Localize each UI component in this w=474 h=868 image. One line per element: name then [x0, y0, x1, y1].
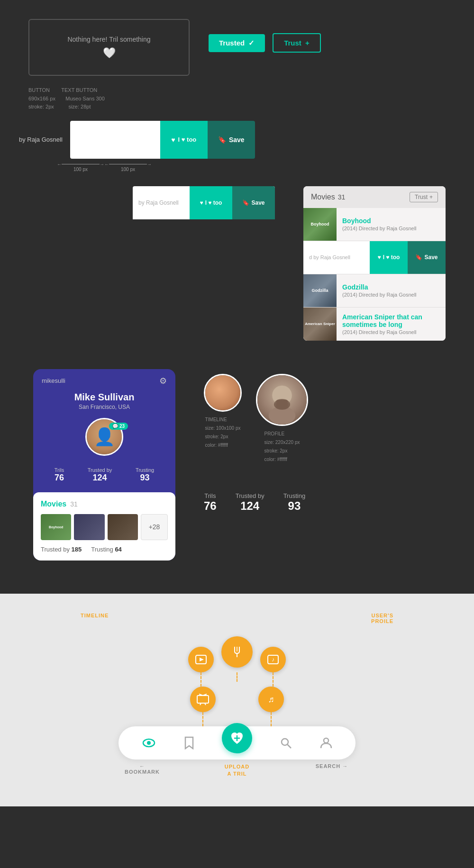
avatar-specs-group: TIMELINE size: 100x100 px stroke: 2px co… — [204, 374, 308, 464]
trusted-label: Trusted — [219, 39, 245, 47]
username-label: mikesulli — [42, 377, 65, 384]
plus-icon: + — [305, 39, 310, 47]
swipe-white-area — [70, 121, 160, 159]
thumb-boyhood: Boyhood — [41, 514, 71, 540]
thumb-more[interactable]: +28 — [141, 514, 168, 540]
sniper-meta: (2014) Directed by Raja Gosnell — [342, 329, 440, 335]
trusting-value: 93 — [136, 473, 154, 483]
tv-float-icon — [190, 687, 216, 726]
dashed-line-music — [273, 672, 273, 687]
svg-point-22 — [282, 739, 288, 745]
trils-value-big: 76 — [204, 499, 217, 513]
profile-avatar-large — [256, 374, 308, 426]
trusted-trusting-bottom: Trusted by 185 Trusting 64 — [41, 546, 168, 553]
trusted-by-value-big: 124 — [236, 499, 264, 513]
button-font: Museo Sans 300 — [65, 96, 105, 101]
bookmark-annotation: ← BOOKMARK — [123, 763, 161, 775]
godzilla-meta: (2014) Directed by Raja Gosnell — [342, 292, 440, 298]
swipe-demo[interactable]: ♥ I ♥ too 🔖 Save — [70, 121, 255, 159]
timeline-avatar — [204, 374, 242, 412]
by-raja-label: by Raja Gosnell — [19, 136, 63, 143]
trils-value: 76 — [55, 473, 64, 483]
heart-plus-icon: 🤍 — [103, 47, 116, 59]
movies-label-green: Movies — [41, 500, 66, 508]
trust-button[interactable]: Trust + — [273, 33, 320, 53]
gear-icon[interactable]: ⚙ — [159, 376, 167, 386]
timeline-annotation: TIMELINE — [81, 613, 109, 618]
swipe-item-save[interactable]: 🔖 Save — [408, 241, 446, 274]
timeline-size: size: 100x100 px — [205, 424, 240, 433]
sniper-thumb: American Sniper — [303, 307, 337, 341]
profile-avatar-area: 👤 💬 23 — [33, 418, 175, 462]
save-label: Save — [229, 136, 245, 144]
bottom-annotations: ← BOOKMARK UPLOADA TRIL SEARCH → — [71, 763, 403, 778]
dashed-line-tv — [202, 712, 203, 726]
profile-card-white: Movies 31 Boyhood +28 Trusted b — [33, 492, 175, 561]
music-icon: ♪ — [260, 647, 286, 672]
button-font-size: size: 28pt — [68, 104, 91, 109]
movie-thumbnails: Boyhood +28 — [41, 514, 168, 540]
trusted-stat-big: Trusted by 124 — [236, 492, 264, 513]
svg-point-3 — [274, 399, 290, 410]
swipe-item-love[interactable]: ♥ I ♥ too — [370, 241, 408, 274]
movies-card: Movies 31 Trust + Boyhood Boyhood (2014)… — [303, 186, 446, 341]
save-button[interactable]: 🔖 Save — [208, 121, 255, 159]
search-icon — [280, 737, 292, 749]
profile-stats: Trils 76 Trusted by 124 Trusting 93 — [33, 462, 175, 492]
dashed-line-music2 — [271, 712, 272, 726]
movies-trust-button[interactable]: Trust + — [410, 192, 438, 202]
trust-label: Trust — [284, 39, 301, 47]
love-too-button[interactable]: ♥ I ♥ too — [160, 121, 208, 159]
movie-float-icon — [188, 647, 214, 687]
nav-item-profile[interactable] — [320, 737, 332, 749]
svg-line-23 — [288, 744, 292, 748]
trils-stat-big: Trils 76 — [204, 492, 217, 513]
more-count-label: +28 — [149, 523, 160, 531]
timeline-specs: TIMELINE size: 100x100 px stroke: 2px co… — [205, 416, 240, 450]
notification-count: 23 — [119, 424, 125, 429]
movie-item-swipe[interactable]: d by Raja Gosnell ♥ I ♥ too 🔖 Save — [303, 241, 446, 274]
notification-badge: 💬 23 — [109, 423, 128, 430]
profile-label: PROFILE — [264, 430, 300, 438]
tv-icon — [190, 687, 216, 712]
dashed-line-movie — [201, 672, 201, 687]
movie-item-sniper[interactable]: American Sniper American Sniper that can… — [303, 307, 446, 341]
swipe-save-2[interactable]: 🔖 Save — [232, 186, 275, 219]
bookmark-icon: 🔖 — [218, 136, 226, 144]
second-float-row: ♬ — [71, 687, 403, 726]
movies-card-title: Movies — [311, 193, 335, 201]
swipe-love-too[interactable]: ♥ I ♥ too — [190, 186, 232, 219]
boyhood-thumb: Boyhood — [303, 208, 337, 241]
trusting-stat-big: Trusting 93 — [283, 492, 305, 513]
profile-card-name-area: Mike Sullivan San Francisco, USA — [33, 390, 175, 418]
trusted-by-bottom: Trusted by 185 — [41, 546, 82, 553]
trils-label-big: Trils — [204, 492, 217, 499]
trusted-by-stat: Trusted by 124 — [88, 467, 112, 483]
movies-card-header: Movies 31 Trust + — [303, 186, 446, 208]
text-button-label: TEXT BUTTON — [61, 87, 97, 93]
movie-item-boyhood[interactable]: Boyhood Boyhood (2014) Directed by Raja … — [303, 208, 446, 241]
trusted-by-value: 124 — [88, 473, 112, 483]
button-label: BUTTON — [28, 87, 50, 93]
heart-plus-nav-icon — [229, 731, 245, 746]
timeline-avatar-img — [205, 375, 240, 410]
heart-icon-3: ♥ — [378, 254, 381, 261]
trusted-by-bottom-val: 185 — [72, 546, 82, 553]
movies-section-label: Movies 31 — [41, 500, 168, 508]
godzilla-thumb: Godzilla — [303, 274, 337, 307]
trusted-by-label-big: Trusted by — [236, 492, 264, 499]
trusting-bottom: Trusting 64 — [91, 546, 122, 553]
nav-item-timeline[interactable] — [142, 738, 156, 748]
trusting-label: Trusting — [136, 467, 154, 473]
timeline-color: color: #ffffff — [205, 441, 240, 450]
swipe-item-left: d by Raja Gosnell — [303, 241, 370, 274]
nav-center-button[interactable] — [222, 723, 252, 753]
svg-text:♬: ♬ — [268, 695, 274, 704]
nav-item-bookmark[interactable] — [184, 736, 194, 750]
sniper-name: American Sniper that can sometimes be lo… — [342, 313, 440, 328]
trusted-button[interactable]: Trusted ✓ — [209, 34, 265, 52]
nav-item-search[interactable] — [280, 737, 292, 749]
movie-item-godzilla[interactable]: Godzilla Godzilla (2014) Directed by Raj… — [303, 274, 446, 307]
bookmark-nav-icon — [184, 736, 194, 750]
thumb-movie2 — [74, 514, 104, 540]
